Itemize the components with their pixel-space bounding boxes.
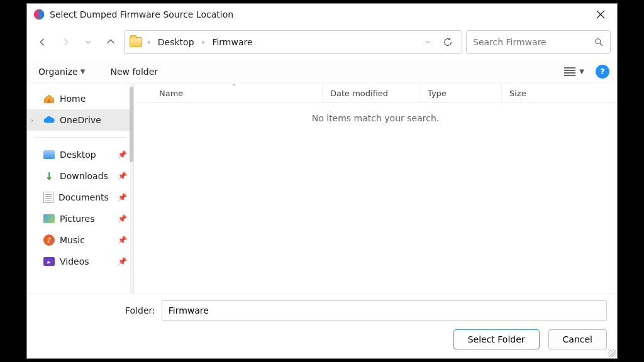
caret-down-icon: ▼ [80,68,86,75]
sidebar-scrollbar[interactable] [130,84,133,293]
search-icon [594,37,604,47]
folder-name-row: Folder: [37,300,607,321]
caret-down-icon: ▼ [579,68,584,75]
address-bar[interactable]: › Desktop › Firmware [124,30,462,54]
new-folder-button[interactable]: New folder [106,64,162,79]
back-button[interactable] [33,33,52,52]
sidebar-item-videos[interactable]: Videos 📌 [27,251,133,272]
action-buttons: Select Folder Cancel [37,329,607,349]
recent-dropdown-button[interactable] [79,33,97,52]
videos-icon [43,257,55,266]
scrollbar-thumb[interactable] [130,87,133,162]
chevron-down-icon [84,38,92,47]
cancel-button[interactable]: Cancel [548,329,607,349]
folder-picker-dialog: Select Dumped Firmware Source Location ›… [26,3,618,359]
pictures-icon [43,214,55,223]
empty-message: No items match your search. [134,103,617,293]
arrow-up-icon [105,36,116,48]
sort-asc-icon: ⌃ [231,83,236,90]
app-icon [33,9,45,20]
resize-grip[interactable] [608,349,616,357]
close-button[interactable] [591,6,611,23]
sidebar-item-home[interactable]: Home [27,88,133,109]
nav-toolbar: › Desktop › Firmware [27,25,617,59]
sidebar-label: Pictures [60,214,94,224]
refresh-icon [443,37,453,47]
column-header-type[interactable]: Type [420,84,502,102]
pin-icon: 📌 [118,172,127,180]
file-list-pane: Name ⌃ Date modified Type Size No items … [134,84,617,293]
organize-button[interactable]: Organize ▼ [35,64,89,79]
dialog-footer: Folder: Select Folder Cancel [27,293,617,358]
cloud-icon [43,116,55,124]
search-input[interactable] [473,37,594,47]
column-header-date[interactable]: Date modified [323,84,420,102]
help-button[interactable]: ? [596,65,609,79]
breadcrumb-chevron-icon: › [201,38,206,47]
up-button[interactable] [101,33,120,52]
sidebar-item-documents[interactable]: Documents 📌 [27,187,133,208]
chevron-down-icon [424,38,431,46]
sidebar-label: Downloads [60,171,108,181]
sidebar-item-music[interactable]: Music 📌 [27,229,133,251]
navigation-pane: Home › OneDrive Desktop 📌 ↓ Downloads 📌 … [27,84,134,293]
refresh-button[interactable] [439,33,457,51]
window-title: Select Dumped Firmware Source Location [50,9,591,19]
sidebar-item-onedrive[interactable]: › OneDrive [27,109,133,131]
sidebar-label: Music [60,235,85,245]
forward-button[interactable] [56,33,75,52]
command-bar: Organize ▼ New folder ▼ ? [27,59,617,84]
organize-label: Organize [38,67,78,77]
sidebar-label: Videos [60,256,89,266]
svg-point-1 [596,39,601,44]
address-dropdown-button[interactable] [420,35,435,50]
folder-label: Folder: [125,305,155,315]
column-header-size[interactable]: Size [502,84,617,102]
breadcrumb-chevron-icon: › [146,38,152,47]
downloads-icon: ↓ [43,171,55,181]
dialog-body: Home › OneDrive Desktop 📌 ↓ Downloads 📌 … [27,84,617,293]
sidebar-item-pictures[interactable]: Pictures 📌 [27,208,133,229]
search-box[interactable] [466,30,611,54]
column-headers: Name ⌃ Date modified Type Size [134,84,617,103]
arrow-right-icon [60,36,71,48]
folder-icon [130,37,142,47]
sidebar-label: OneDrive [60,115,101,125]
arrow-left-icon [37,36,48,48]
breadcrumb-firmware[interactable]: Firmware [209,35,255,50]
view-options-button[interactable]: ▼ [560,65,588,79]
sidebar-separator [35,137,126,138]
breadcrumb-desktop[interactable]: Desktop [155,35,197,50]
expand-icon[interactable]: › [31,116,33,124]
select-folder-button[interactable]: Select Folder [453,329,540,349]
pin-icon: 📌 [118,193,127,202]
titlebar: Select Dumped Firmware Source Location [27,4,617,25]
help-icon: ? [600,67,605,76]
folder-name-input[interactable] [162,300,607,321]
pin-icon: 📌 [118,150,127,159]
sidebar-item-downloads[interactable]: ↓ Downloads 📌 [27,165,133,187]
home-icon [43,94,55,104]
sidebar-item-desktop[interactable]: Desktop 📌 [27,144,133,165]
column-header-name[interactable]: Name ⌃ [134,84,323,102]
pin-icon: 📌 [118,257,127,266]
sidebar-label: Documents [58,192,109,202]
sidebar-label: Desktop [60,150,96,160]
pin-icon: 📌 [118,236,127,244]
list-view-icon [564,67,575,76]
svg-rect-2 [48,100,51,103]
music-icon [43,234,55,246]
desktop-icon [43,150,55,159]
close-icon [596,10,605,19]
pin-icon: 📌 [118,214,127,223]
documents-icon [43,192,53,203]
sidebar-label: Home [60,94,86,104]
